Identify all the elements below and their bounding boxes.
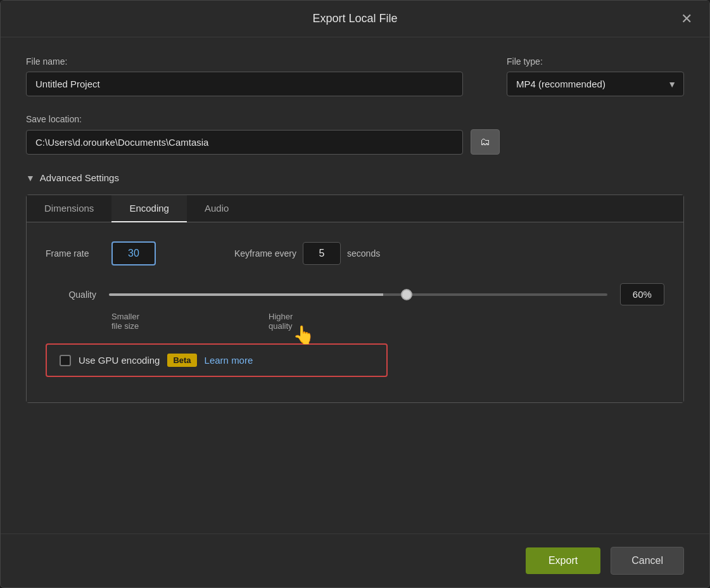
quality-hints-row: Smallerfile size Higherquality — [111, 312, 664, 331]
keyframe-input[interactable] — [303, 242, 341, 265]
beta-badge: Beta — [167, 354, 196, 367]
advanced-settings-label: Advanced Settings — [40, 172, 119, 183]
frame-rate-label: Frame rate — [46, 248, 96, 259]
dialog-header: Export Local File ✕ — [1, 1, 709, 37]
cancel-button[interactable]: Cancel — [611, 547, 684, 575]
dialog-body: File name: File type: MP4 (recommended) … — [1, 37, 709, 534]
seconds-label: seconds — [347, 248, 380, 259]
advanced-settings-toggle[interactable]: ▼ Advanced Settings — [26, 172, 684, 183]
dialog-footer: Export Cancel — [1, 534, 709, 587]
chevron-down-icon: ▼ — [26, 173, 35, 183]
file-name-label: File name: — [26, 56, 481, 67]
dialog-title: Export Local File — [312, 12, 397, 25]
close-button[interactable]: ✕ — [676, 9, 697, 29]
keyframe-label: Keyframe every — [234, 248, 296, 259]
file-type-select[interactable]: MP4 (recommended) AVI MOV GIF M4A — [507, 72, 684, 96]
save-location-row: 🗂 — [26, 129, 684, 155]
learn-more-link[interactable]: Learn more — [205, 355, 253, 366]
file-type-select-wrapper: MP4 (recommended) AVI MOV GIF M4A ▼ — [507, 72, 684, 96]
browse-folder-button[interactable]: 🗂 — [471, 129, 500, 155]
gpu-encoding-checkbox[interactable] — [60, 355, 71, 366]
hint-smaller-label: Smallerfile size — [111, 312, 175, 331]
hint-higher-label: Higherquality — [269, 312, 293, 331]
quality-label: Quality — [46, 290, 96, 300]
tabs-header: Dimensions Encoding Audio — [27, 195, 683, 222]
tab-dimensions[interactable]: Dimensions — [27, 195, 111, 222]
tabs-container: Dimensions Encoding Audio Frame rate Key… — [26, 195, 684, 403]
gpu-encoding-section: Use GPU encoding Beta Learn more — [46, 343, 388, 377]
save-location-label: Save location: — [26, 114, 684, 124]
save-location-group: Save location: 🗂 — [26, 114, 684, 155]
export-dialog: Export Local File ✕ File name: File type… — [0, 0, 710, 588]
quality-value-box: 60% — [620, 283, 664, 305]
quality-slider[interactable] — [109, 293, 607, 296]
file-name-group: File name: — [26, 56, 481, 96]
file-type-group: File type: MP4 (recommended) AVI MOV GIF… — [507, 56, 684, 96]
tab-audio[interactable]: Audio — [187, 195, 246, 222]
encoding-tab-content: Frame rate Keyframe every seconds Qualit… — [27, 222, 683, 402]
file-type-label: File type: — [507, 56, 684, 67]
keyframe-group: Keyframe every seconds — [234, 242, 380, 265]
file-info-row: File name: File type: MP4 (recommended) … — [26, 56, 684, 96]
tab-encoding[interactable]: Encoding — [111, 195, 187, 222]
gpu-encoding-label: Use GPU encoding — [79, 355, 160, 366]
save-location-input[interactable] — [26, 130, 463, 155]
frame-rate-row: Frame rate Keyframe every seconds — [46, 241, 664, 265]
frame-rate-input[interactable] — [111, 241, 156, 265]
file-name-input[interactable] — [26, 72, 463, 96]
export-button[interactable]: Export — [526, 547, 600, 574]
quality-row: Quality 60% — [46, 283, 664, 305]
